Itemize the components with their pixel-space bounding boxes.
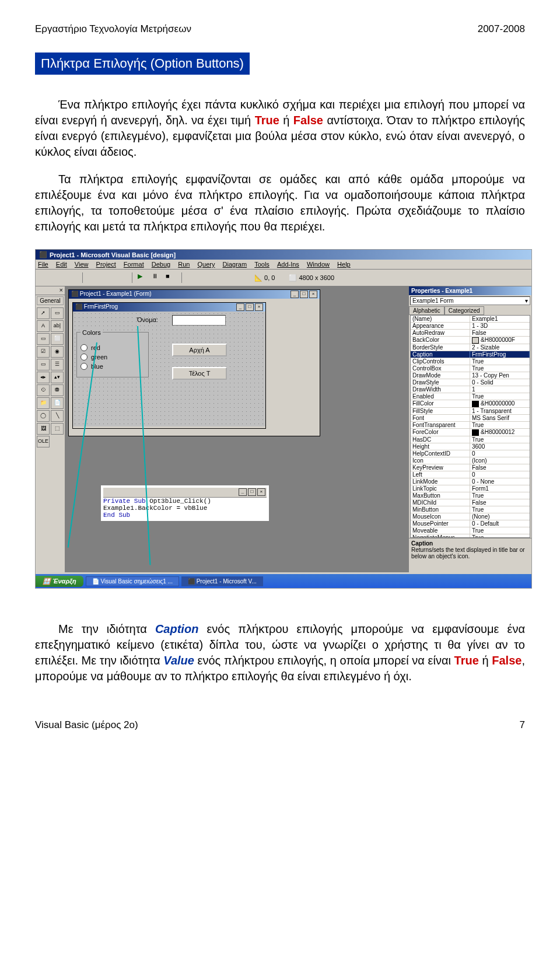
property-row[interactable]: DrawWidth1 — [411, 386, 530, 393]
property-row[interactable]: LinkTopicForm1 — [411, 485, 530, 492]
tool-combo-icon[interactable]: ▭ — [37, 359, 50, 370]
toolbar-button[interactable] — [38, 272, 50, 284]
toolbar-button[interactable] — [116, 272, 127, 284]
property-row[interactable]: FillColor&H00000000 — [411, 400, 530, 408]
property-row[interactable]: AutoRedrawFalse — [411, 330, 530, 337]
tool-shape-icon[interactable]: ◯ — [37, 410, 50, 422]
name-textbox[interactable] — [172, 315, 226, 326]
property-row[interactable]: MousePointer0 - Default — [411, 520, 530, 527]
property-row[interactable]: Icon(Icon) — [411, 457, 530, 464]
toolbar-button[interactable] — [201, 272, 212, 284]
tool-checkbox-icon[interactable]: ☑ — [37, 346, 50, 358]
property-row[interactable]: Height3600 — [411, 443, 530, 450]
radio-red[interactable]: red — [80, 344, 145, 351]
taskbar-item-active[interactable]: ⬛ Project1 - Microsoft V... — [181, 576, 263, 586]
property-row[interactable]: LinkMode0 - None — [411, 478, 530, 485]
property-row[interactable]: ControlBoxTrue — [411, 365, 530, 372]
toolbox-category[interactable]: General — [37, 296, 64, 305]
property-row[interactable]: HelpContextID0 — [411, 450, 530, 457]
radio-green[interactable]: green — [80, 354, 145, 361]
tool-drive-icon[interactable]: ⛃ — [51, 384, 64, 396]
menu-run[interactable]: Run — [178, 261, 190, 268]
tool-ole-icon[interactable]: OLE — [37, 436, 50, 447]
menu-diagram[interactable]: Diagram — [223, 261, 247, 268]
properties-grid[interactable]: (Name)Example1Appearance1 - 3DAutoRedraw… — [410, 315, 530, 538]
tool-option-icon[interactable]: ◉ — [51, 346, 64, 358]
properties-object-selector[interactable]: Example1 Form▾ — [410, 296, 530, 305]
property-row[interactable]: ClipControlsTrue — [411, 358, 530, 365]
property-row[interactable]: BorderStyle2 - Sizable — [411, 344, 530, 351]
radio-blue[interactable]: blue — [80, 363, 145, 370]
tab-categorized[interactable]: Categorized — [444, 306, 484, 315]
pause-button[interactable]: ⏸ — [151, 272, 163, 284]
toolbar-button[interactable] — [229, 272, 240, 284]
tool-pointer-icon[interactable]: ➚ — [37, 307, 50, 319]
minimize-icon[interactable]: _ — [236, 303, 244, 311]
toolbar-button[interactable] — [52, 272, 64, 284]
tool-line-icon[interactable]: ╲ — [51, 410, 64, 422]
tool-picturebox-icon[interactable]: ▭ — [51, 307, 64, 319]
tool-frame-icon[interactable]: ▭ — [37, 333, 50, 345]
tool-dir-icon[interactable]: 📁 — [37, 397, 50, 409]
close-icon[interactable]: × — [255, 303, 263, 311]
tool-list-icon[interactable]: ☰ — [51, 359, 64, 370]
property-row[interactable]: MoveableTrue — [411, 527, 530, 534]
stop-button[interactable]: ■ — [165, 272, 177, 284]
menu-view[interactable]: View — [75, 261, 89, 268]
maximize-icon[interactable]: □ — [248, 488, 256, 496]
menu-file[interactable]: File — [38, 261, 48, 268]
tool-textbox-icon[interactable]: ab| — [51, 320, 64, 332]
tool-button-icon[interactable]: ⬜ — [51, 333, 64, 345]
menu-tools[interactable]: Tools — [254, 261, 270, 268]
button-end[interactable]: Τέλος Τ — [172, 367, 227, 380]
property-row[interactable]: MaxButtonTrue — [411, 492, 530, 499]
taskbar-item[interactable]: 📄 Visual Basic σημειώσεις1 ... — [86, 576, 179, 586]
run-button[interactable]: ▶ — [137, 272, 149, 284]
menu-help[interactable]: Help — [337, 261, 351, 268]
menu-format[interactable]: Format — [124, 261, 144, 268]
menu-edit[interactable]: Edit — [56, 261, 67, 268]
menu-addins[interactable]: Add-Ins — [277, 261, 299, 268]
minimize-icon[interactable]: _ — [239, 488, 247, 496]
toolbar-button[interactable] — [102, 272, 113, 284]
property-row[interactable]: HasDCTrue — [411, 436, 530, 443]
menu-window[interactable]: Window — [307, 261, 330, 268]
maximize-icon[interactable]: □ — [246, 303, 254, 311]
menu-project[interactable]: Project — [96, 261, 116, 268]
tool-data-icon[interactable]: ⬚ — [51, 423, 64, 435]
chevron-down-icon[interactable]: ▾ — [525, 298, 528, 304]
tool-label-icon[interactable]: A — [37, 320, 50, 332]
start-button[interactable]: 🪟 Έναρξη — [36, 576, 83, 587]
property-row[interactable]: FillStyle1 - Transparent — [411, 408, 530, 415]
property-row[interactable]: MinButtonTrue — [411, 506, 530, 513]
minimize-icon[interactable]: _ — [290, 291, 299, 298]
property-row[interactable]: Appearance1 - 3D — [411, 323, 530, 330]
toolbox-close-icon[interactable]: × — [36, 286, 65, 295]
menu-debug[interactable]: Debug — [152, 261, 170, 268]
property-row[interactable]: CaptionFrmFirstProg — [411, 351, 530, 358]
code-editor-window[interactable]: _ □ × Private Sub Opt3blue_Click() Examp… — [100, 485, 270, 522]
tool-file-icon[interactable]: 📄 — [51, 397, 64, 409]
tool-vscroll-icon[interactable]: ▴▾ — [51, 372, 64, 383]
close-icon[interactable]: × — [309, 291, 317, 298]
property-row[interactable]: FontTransparentTrue — [411, 422, 530, 429]
menu-bar[interactable]: File Edit View Project Format Debug Run … — [36, 260, 531, 270]
button-start[interactable]: Αρχή Α — [172, 344, 227, 356]
property-row[interactable]: FontMS Sans Serif — [411, 415, 530, 422]
property-row[interactable]: ForeColor&H80000012 — [411, 429, 530, 436]
property-row[interactable]: BackColor&H8000000F — [411, 337, 530, 344]
maximize-icon[interactable]: □ — [300, 291, 308, 298]
toolbar-button[interactable] — [66, 272, 78, 284]
tool-timer-icon[interactable]: ⏲ — [37, 384, 50, 396]
property-row[interactable]: KeyPreviewFalse — [411, 464, 530, 471]
tool-hscroll-icon[interactable]: ◂▸ — [37, 372, 50, 383]
menu-query[interactable]: Query — [198, 261, 215, 268]
close-icon[interactable]: × — [257, 488, 265, 496]
property-row[interactable]: MouseIcon(None) — [411, 513, 530, 520]
property-row[interactable]: DrawMode13 - Copy Pen — [411, 372, 530, 379]
property-row[interactable]: DrawStyle0 - Solid — [411, 379, 530, 386]
toolbar-button[interactable] — [88, 272, 99, 284]
toolbar-button[interactable] — [187, 272, 198, 284]
property-row[interactable]: EnabledTrue — [411, 393, 530, 400]
property-row[interactable]: Left0 — [411, 471, 530, 478]
